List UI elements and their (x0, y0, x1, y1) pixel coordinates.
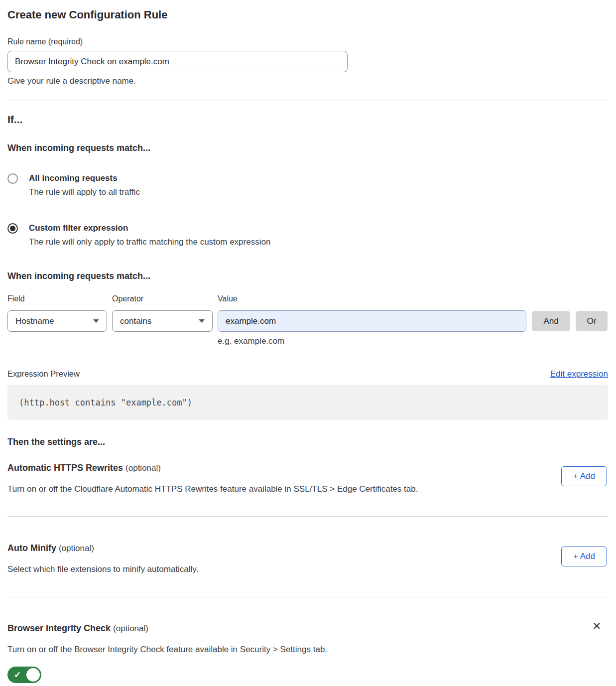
operator-column-label: Operator (112, 294, 218, 303)
radio-all-requests-description: The rule will apply to all traffic (29, 187, 140, 197)
setting-browser-integrity-check: Browser Integrity Check (optional) ✕ Tur… (7, 622, 608, 683)
operator-select-value: contains (120, 316, 151, 326)
value-input-wrap (218, 310, 526, 332)
expression-preview-label: Expression Preview (7, 369, 80, 379)
add-auto-minify-button[interactable]: + Add (561, 547, 607, 566)
setting-title-row: Auto Minify (optional) (7, 542, 608, 554)
radio-all-requests-label: All incoming requests (29, 173, 140, 184)
settings-heading: Then the settings are... (7, 436, 608, 447)
expression-preview-header: Expression Preview Edit expression (7, 369, 608, 379)
chevron-down-icon (93, 319, 99, 323)
toggle-knob (26, 668, 40, 682)
setting-title-row: Automatic HTTPS Rewrites (optional) (7, 462, 608, 474)
setting-description: Turn on or off the Cloudflare Automatic … (7, 484, 608, 494)
radio-all-requests[interactable] (7, 173, 18, 184)
and-button[interactable]: And (532, 311, 570, 331)
setting-optional-tag: (optional) (125, 463, 161, 473)
expression-builder-row: Hostname contains And Or (7, 310, 608, 332)
or-button[interactable]: Or (576, 311, 608, 331)
match-heading-builder: When incoming requests match... (7, 271, 608, 281)
value-input[interactable] (218, 310, 526, 332)
setting-title: Automatic HTTPS Rewrites (7, 463, 123, 473)
setting-description: Select which file extensions to minify a… (7, 564, 608, 574)
setting-optional-tag: (optional) (59, 544, 94, 553)
browser-integrity-check-toggle[interactable]: ✓ (7, 667, 41, 683)
if-heading: If... (7, 113, 608, 126)
chevron-down-icon (199, 319, 205, 323)
create-configuration-rule-form: Create new Configuration Rule Rule name … (0, 0, 616, 686)
add-automatic-https-rewrites-button[interactable]: + Add (561, 466, 607, 486)
value-helper: e.g. example.com (218, 336, 608, 346)
setting-auto-minify: Auto Minify (optional) Select which file… (7, 542, 608, 574)
radio-custom-filter[interactable] (7, 223, 18, 234)
setting-automatic-https-rewrites: Automatic HTTPS Rewrites (optional) Turn… (7, 462, 608, 494)
page-title: Create new Configuration Rule (7, 8, 608, 21)
setting-title-row: Browser Integrity Check (optional) (7, 622, 608, 635)
radio-option-all-requests[interactable]: All incoming requests The rule will appl… (7, 173, 608, 197)
builder-column-labels: Field Operator Value (7, 294, 608, 303)
edit-expression-link[interactable]: Edit expression (550, 369, 608, 379)
rule-name-label: Rule name (required) (7, 37, 608, 46)
rule-name-input[interactable] (7, 51, 348, 72)
field-column-label: Field (7, 294, 112, 303)
expression-preview-code: (http.host contains "example.com") (7, 385, 608, 420)
section-divider (7, 516, 608, 517)
operator-select[interactable]: contains (112, 310, 213, 332)
expression-code-text: (http.host contains "example.com") (19, 398, 192, 408)
setting-description: Turn on or off the Browser Integrity Che… (7, 644, 608, 655)
rule-name-helper: Give your rule a descriptive name. (7, 76, 608, 86)
field-select[interactable]: Hostname (7, 310, 107, 332)
setting-title: Browser Integrity Check (7, 623, 111, 633)
check-icon: ✓ (14, 670, 21, 680)
radio-custom-filter-label: Custom filter expression (29, 223, 270, 234)
value-column-label: Value (218, 294, 608, 303)
setting-title: Auto Minify (7, 543, 56, 553)
close-icon[interactable]: ✕ (592, 621, 601, 631)
radio-texts: All incoming requests The rule will appl… (29, 173, 140, 197)
section-divider (7, 100, 608, 100)
setting-optional-tag: (optional) (113, 624, 148, 633)
match-heading-radios: When incoming requests match... (7, 142, 608, 153)
radio-texts: Custom filter expression The rule will o… (29, 223, 270, 247)
radio-option-custom-filter[interactable]: Custom filter expression The rule will o… (7, 223, 608, 247)
radio-custom-filter-description: The rule will only apply to traffic matc… (29, 237, 270, 247)
field-select-value: Hostname (15, 316, 54, 326)
section-divider (7, 597, 608, 597)
